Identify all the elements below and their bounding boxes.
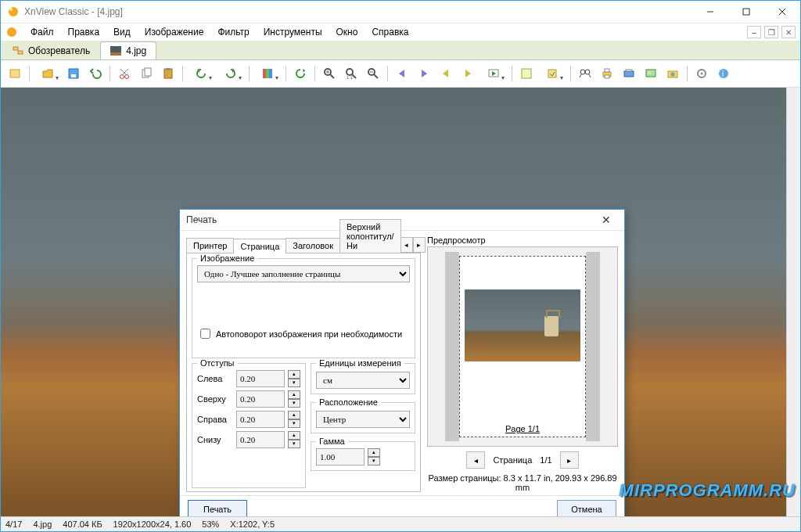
maximize-button[interactable] <box>728 1 764 23</box>
svg-rect-10 <box>110 52 121 56</box>
preview-next-button[interactable]: ▸ <box>560 451 579 469</box>
status-coords: X:1202, Y:5 <box>230 519 275 529</box>
spin-down[interactable]: ▾ <box>288 440 300 448</box>
menu-image[interactable]: Изображение <box>138 25 210 39</box>
mdi-restore[interactable]: ❐ <box>764 26 778 38</box>
zoom-out-icon[interactable] <box>364 64 383 83</box>
status-bar: 4/17 4.jpg 407.04 КБ 1920x1200x24, 1.60 … <box>1 516 800 531</box>
dialog-close-button[interactable]: ✕ <box>594 214 618 226</box>
zoom-11-icon[interactable]: 1:1 <box>342 64 361 83</box>
undo-icon[interactable] <box>86 64 105 83</box>
acquire-icon[interactable] <box>539 64 566 83</box>
spin-up[interactable]: ▴ <box>288 411 300 419</box>
spin-down[interactable]: ▾ <box>288 399 300 408</box>
fullscreen-icon[interactable] <box>517 64 536 83</box>
mdi-close[interactable]: ✕ <box>781 26 796 38</box>
autorotate-checkbox[interactable]: Автоповорот изображения при необходимост… <box>197 326 410 341</box>
spin-up[interactable]: ▴ <box>288 370 300 379</box>
settings-icon[interactable] <box>692 64 711 83</box>
margin-left-input[interactable] <box>236 370 285 387</box>
scanner-icon[interactable] <box>620 64 638 83</box>
next-file-icon[interactable] <box>415 64 433 83</box>
margin-right-input[interactable] <box>236 411 285 428</box>
copy-icon[interactable] <box>137 64 156 83</box>
vertical-scrollbar[interactable] <box>786 88 800 516</box>
capture-icon[interactable] <box>663 64 682 83</box>
tabs-scroll-right[interactable]: ▸ <box>413 237 426 253</box>
print-icon[interactable] <box>598 64 616 83</box>
image-mode-select[interactable]: Одно - Лучшее заполнение страницы <box>197 265 410 282</box>
svg-rect-11 <box>10 70 20 77</box>
spin-up[interactable]: ▴ <box>288 431 300 440</box>
dialog-titlebar: Печать ✕ <box>180 210 624 231</box>
spin-up[interactable]: ▴ <box>368 448 380 457</box>
rotate-left-icon[interactable] <box>188 64 214 83</box>
svg-point-50 <box>671 73 675 77</box>
margin-bottom-input[interactable] <box>236 431 285 448</box>
minimize-button[interactable] <box>692 1 728 23</box>
open-icon[interactable] <box>34 64 61 83</box>
refresh-icon[interactable] <box>291 64 310 83</box>
menu-bar: Файл Правка Вид Изображение Фильтр Инстр… <box>1 23 800 41</box>
menu-help[interactable]: Справка <box>365 25 415 39</box>
tab-header[interactable]: Заголовок <box>286 238 340 253</box>
tab-headerfooter[interactable]: Верхний колонтитул/Ни <box>339 219 401 253</box>
toolbar-separator <box>687 66 688 81</box>
preview-prev-button[interactable]: ◂ <box>466 451 485 469</box>
zoom-in-icon[interactable] <box>320 64 339 83</box>
search-icon[interactable] <box>576 64 594 83</box>
svg-rect-3 <box>743 9 749 15</box>
wallpaper-icon[interactable] <box>641 64 660 83</box>
print-button[interactable]: Печать <box>188 500 247 516</box>
menu-edit[interactable]: Правка <box>62 25 106 39</box>
slideshow-icon[interactable] <box>480 64 507 83</box>
status-filename: 4.jpg <box>33 519 52 529</box>
new-browser-icon[interactable] <box>5 64 24 83</box>
svg-point-52 <box>701 73 703 75</box>
tab-browser[interactable]: Обозреватель <box>2 41 100 59</box>
autorotate-input[interactable] <box>200 329 210 339</box>
tabs-scroll-left[interactable]: ◂ <box>400 237 413 253</box>
rotate-right-icon[interactable] <box>217 64 244 83</box>
menu-view[interactable]: Вид <box>107 25 137 39</box>
toolbar-separator <box>286 66 286 81</box>
status-dimensions: 1920x1200x24, 1.60 <box>113 519 192 529</box>
spin-down[interactable]: ▾ <box>288 379 300 387</box>
cut-icon[interactable] <box>115 64 134 83</box>
spin-down[interactable]: ▾ <box>288 419 300 428</box>
menu-file[interactable]: Файл <box>24 25 60 39</box>
svg-rect-7 <box>13 47 18 50</box>
mdi-minimize[interactable]: ‒ <box>747 26 761 38</box>
units-select[interactable]: см <box>316 372 410 389</box>
paste-icon[interactable] <box>159 64 178 83</box>
next-page-icon[interactable] <box>458 64 477 83</box>
menu-window[interactable]: Окно <box>330 25 365 39</box>
gamma-input[interactable] <box>316 448 365 466</box>
close-button[interactable] <box>764 1 800 23</box>
adjust-colors-icon[interactable] <box>254 64 281 83</box>
svg-rect-46 <box>626 70 632 71</box>
image-thumb-icon <box>110 46 121 56</box>
toolbar-separator <box>182 66 183 81</box>
info-icon[interactable]: i <box>714 64 733 83</box>
image-viewport[interactable]: Печать ✕ Принтер Страница Заголовок Верх… <box>1 88 800 516</box>
svg-rect-36 <box>522 69 531 78</box>
margin-top-input[interactable] <box>236 390 285 408</box>
menu-filter[interactable]: Фильтр <box>211 25 255 39</box>
toolbar-separator <box>110 66 110 81</box>
svg-line-16 <box>120 69 127 75</box>
position-select[interactable]: Центр <box>316 411 410 428</box>
tab-page[interactable]: Страница <box>233 239 286 253</box>
svg-point-15 <box>125 75 129 79</box>
svg-rect-24 <box>269 69 272 78</box>
prev-page-icon[interactable] <box>436 64 455 83</box>
tab-printer[interactable]: Принтер <box>186 238 234 253</box>
spin-up[interactable]: ▴ <box>288 390 300 399</box>
cancel-button[interactable]: Отмена <box>557 500 616 516</box>
save-icon[interactable] <box>64 64 83 83</box>
svg-line-17 <box>122 69 128 75</box>
menu-tools[interactable]: Инструменты <box>257 25 329 39</box>
spin-down[interactable]: ▾ <box>368 457 380 466</box>
prev-file-icon[interactable] <box>393 64 411 83</box>
tab-image[interactable]: 4.jpg <box>100 41 156 59</box>
